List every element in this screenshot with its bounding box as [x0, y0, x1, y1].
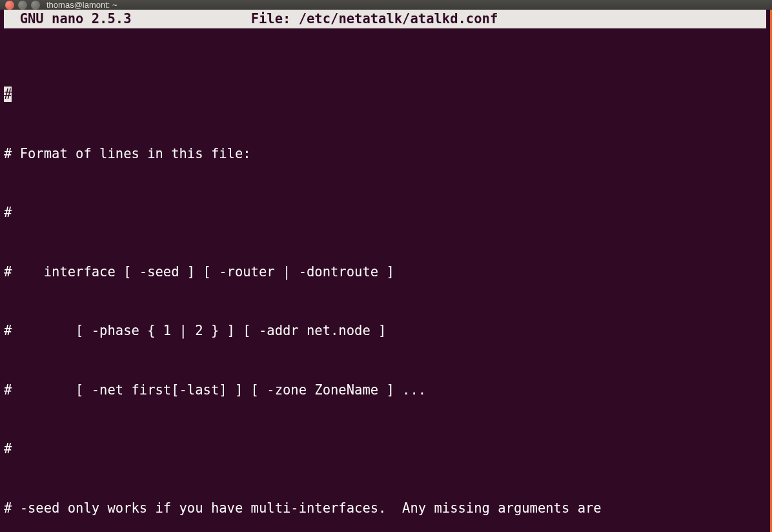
spacer	[131, 10, 250, 28]
cursor: #	[4, 87, 12, 102]
close-icon[interactable]	[5, 1, 14, 10]
editor-line[interactable]: # [ -phase { 1 | 2 } ] [ -addr net.node …	[4, 321, 766, 341]
editor-line[interactable]: # Format of lines in this file:	[4, 144, 766, 164]
window-titlebar: thomas@lamont: ~	[0, 0, 772, 10]
nano-version: GNU nano 2.5.3	[4, 10, 131, 28]
editor-content[interactable]: # # Format of lines in this file: # # in…	[0, 45, 770, 532]
minimize-icon[interactable]	[18, 1, 27, 10]
nano-header: GNU nano 2.5.3 File: /etc/netatalk/atalk…	[4, 10, 766, 28]
editor-line[interactable]: # interface [ -seed ] [ -router | -dontr…	[4, 262, 766, 282]
editor-line[interactable]: # -seed only works if you have multi-int…	[4, 498, 766, 518]
terminal[interactable]: GNU nano 2.5.3 File: /etc/netatalk/atalk…	[0, 10, 772, 532]
editor-line[interactable]: # [ -net first[-last] ] [ -zone ZoneName…	[4, 380, 766, 400]
editor-line[interactable]: #	[4, 439, 766, 459]
editor-line[interactable]: #	[4, 203, 766, 223]
maximize-icon[interactable]	[31, 1, 40, 10]
window-title: thomas@lamont: ~	[46, 0, 117, 10]
window-controls	[5, 1, 40, 10]
editor-line-cursor[interactable]: #	[4, 85, 766, 105]
nano-file-label: File: /etc/netatalk/atalkd.conf	[251, 10, 498, 28]
